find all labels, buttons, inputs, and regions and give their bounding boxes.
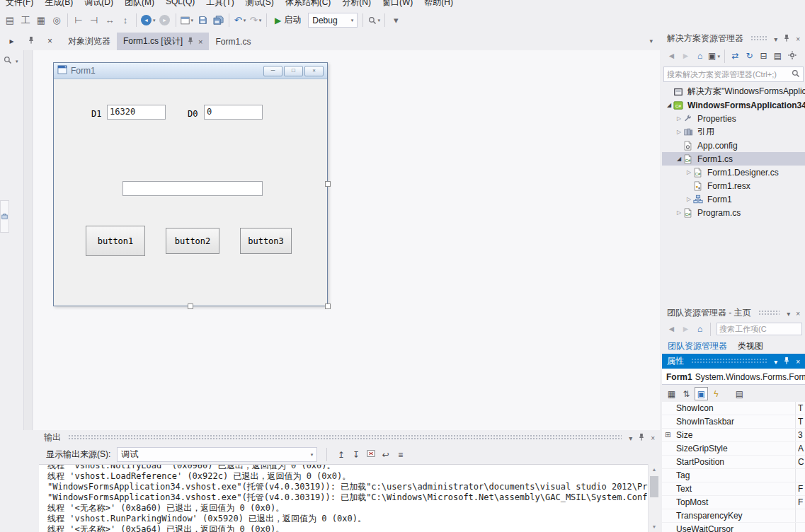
tree-expander[interactable]: ◢ bbox=[665, 102, 673, 108]
layout-frame-icon[interactable]: ▦ bbox=[33, 12, 49, 29]
tree-expander[interactable]: ▷ bbox=[675, 115, 683, 122]
tree-item-2[interactable]: ▷Properties bbox=[662, 112, 805, 125]
team-back-icon[interactable]: ◄ bbox=[665, 323, 678, 336]
undo-icon[interactable]: ↶▾ bbox=[232, 12, 248, 29]
align-left-icon[interactable]: ⊢ bbox=[71, 12, 86, 29]
close-icon[interactable]: × bbox=[651, 433, 655, 443]
align-right-icon[interactable]: ⊣ bbox=[86, 12, 102, 29]
sync-active-document-icon[interactable]: ⇄ bbox=[729, 50, 742, 63]
form-close-button[interactable]: × bbox=[304, 66, 324, 76]
property-value[interactable]: T bbox=[798, 402, 805, 415]
tree-expander[interactable]: ▷ bbox=[685, 169, 693, 175]
tree-item-4[interactable]: App.config bbox=[662, 139, 805, 152]
toolbar-overflow-icon[interactable]: ▾ bbox=[388, 12, 404, 29]
textbox-d0[interactable]: 0 bbox=[204, 105, 263, 120]
property-value[interactable]: F bbox=[798, 482, 805, 495]
designed-form[interactable]: Form1 ─ □ × D1 16320 D0 0 button1 button… bbox=[53, 62, 328, 306]
collapsed-panel-strip[interactable] bbox=[23, 50, 33, 430]
menu-item-9[interactable]: 窗口(W) bbox=[377, 0, 418, 9]
document-tab-1[interactable]: Form1.cs [设计]× bbox=[117, 33, 209, 50]
new-window-icon[interactable]: ▾ bbox=[179, 12, 195, 29]
team-search-input[interactable]: 搜索工作项(C bbox=[716, 323, 802, 335]
output-source-select[interactable]: 调试 ▾ bbox=[117, 447, 317, 462]
back-icon[interactable]: ◄ bbox=[665, 50, 678, 63]
same-width-icon[interactable]: ↔ bbox=[102, 12, 118, 29]
tree-expander[interactable]: ▷ bbox=[675, 129, 683, 135]
scroll-down-icon[interactable]: ▼ bbox=[649, 521, 660, 532]
navigate-forward-icon[interactable]: ► bbox=[157, 12, 173, 29]
resize-handle-right[interactable] bbox=[325, 181, 331, 187]
drag-grip[interactable] bbox=[68, 434, 622, 441]
menu-item-3[interactable]: 团队(M) bbox=[119, 0, 160, 9]
layout-ellipse-icon[interactable]: ◎ bbox=[49, 12, 64, 29]
redo-icon[interactable]: ↷▾ bbox=[248, 12, 263, 29]
team-home-icon[interactable]: ⌂ bbox=[693, 323, 707, 336]
resize-handle-bottom-right[interactable] bbox=[325, 303, 331, 309]
tab-nav-icon[interactable]: ▸ bbox=[5, 34, 18, 47]
menu-item-6[interactable]: 测试(S) bbox=[240, 0, 280, 9]
drag-grip[interactable] bbox=[758, 310, 780, 316]
scrollbar-thumb[interactable] bbox=[650, 476, 658, 497]
events-icon[interactable]: ϟ bbox=[709, 387, 723, 400]
layout-table-icon[interactable]: ▤ bbox=[2, 12, 18, 29]
previous-message-icon[interactable]: ↥ bbox=[334, 448, 348, 461]
menu-item-7[interactable]: 体系结构(C) bbox=[280, 0, 337, 9]
property-row-Size[interactable]: ⊞Size3 bbox=[662, 429, 805, 442]
pin-icon[interactable] bbox=[783, 357, 790, 366]
property-row-UseWaitCursor[interactable]: UseWaitCursor bbox=[662, 523, 805, 532]
forward-icon[interactable]: ► bbox=[679, 50, 692, 63]
output-scrollbar[interactable]: ▲ ▼ bbox=[648, 464, 660, 532]
gutter-search-button[interactable]: ▾ bbox=[4, 56, 18, 66]
clear-all-icon[interactable] bbox=[364, 448, 377, 461]
property-value[interactable]: 3 bbox=[798, 429, 805, 441]
tree-item-3[interactable]: ▷引用 bbox=[662, 125, 805, 139]
navigate-back-icon[interactable]: ◄▾ bbox=[139, 12, 157, 29]
textbox-wide[interactable] bbox=[122, 181, 263, 196]
find-icon[interactable]: ▾ bbox=[366, 12, 382, 29]
close-icon[interactable]: × bbox=[796, 357, 800, 366]
tab-pin-icon[interactable] bbox=[24, 34, 38, 47]
drag-grip[interactable] bbox=[691, 358, 767, 364]
home-icon[interactable]: ⌂ bbox=[693, 50, 707, 63]
property-row-TopMost[interactable]: TopMostF bbox=[662, 496, 805, 509]
alphabetical-icon[interactable]: ⇅ bbox=[680, 387, 693, 400]
designer-document[interactable]: Form1 ─ □ × D1 16320 D0 0 button1 button… bbox=[33, 50, 660, 430]
document-tab-2[interactable]: Form1.cs bbox=[209, 33, 257, 50]
tree-item-5[interactable]: ◢C#Form1.cs bbox=[662, 152, 805, 166]
window-position-icon[interactable]: ▾ bbox=[774, 34, 777, 44]
tree-expander[interactable]: ▷ bbox=[685, 196, 693, 202]
scroll-up-icon[interactable]: ▲ bbox=[649, 464, 660, 475]
tree-item-9[interactable]: ▷C#Program.cs bbox=[662, 206, 805, 219]
menu-item-2[interactable]: 调试(D) bbox=[79, 0, 119, 9]
property-value[interactable]: T bbox=[798, 415, 805, 428]
property-value[interactable]: F bbox=[798, 496, 805, 509]
output-text-area[interactable]: 线程 'vshost.NotifyLoad' (0x0960) 已退出，返回值为… bbox=[39, 464, 660, 532]
button2[interactable]: button2 bbox=[166, 228, 219, 254]
properties-icon[interactable] bbox=[785, 50, 799, 63]
pin-icon[interactable] bbox=[783, 34, 790, 44]
tree-item-8[interactable]: ▷Form1 bbox=[662, 192, 805, 206]
menu-item-1[interactable]: 生成(B) bbox=[39, 0, 79, 9]
tab-close-icon[interactable]: × bbox=[198, 37, 202, 46]
textbox-d1[interactable]: 16320 bbox=[107, 105, 166, 120]
window-position-icon[interactable]: ▾ bbox=[774, 357, 777, 366]
form-maximize-button[interactable]: □ bbox=[284, 66, 303, 76]
window-position-icon[interactable]: ▾ bbox=[787, 308, 790, 318]
autoscroll-icon[interactable]: ≡ bbox=[394, 448, 407, 461]
properties-view-icon[interactable]: ▣ bbox=[695, 387, 708, 400]
property-value[interactable]: A bbox=[798, 442, 805, 455]
property-value[interactable]: C bbox=[798, 456, 805, 468]
categorized-icon[interactable]: ▦ bbox=[665, 387, 678, 400]
property-pages-icon[interactable]: ▤ bbox=[733, 387, 746, 400]
tree-item-6[interactable]: ▷C#Form1.Designer.cs bbox=[662, 166, 805, 179]
form-title-bar[interactable]: Form1 ─ □ × bbox=[54, 63, 327, 79]
property-row-TransparencyKey[interactable]: TransparencyKey bbox=[662, 509, 805, 523]
window-position-icon[interactable]: ▾ bbox=[629, 433, 632, 443]
drag-grip[interactable] bbox=[750, 35, 767, 42]
property-row-SizeGripStyle[interactable]: SizeGripStyleA bbox=[662, 442, 805, 456]
form-minimize-button[interactable]: ─ bbox=[263, 66, 282, 76]
team-forward-icon[interactable]: ► bbox=[679, 323, 692, 336]
start-debug-button[interactable]: ▶启动 bbox=[270, 12, 306, 29]
save-icon[interactable] bbox=[195, 12, 210, 29]
properties-object-select[interactable]: Form1 System.Windows.Forms.Form bbox=[662, 369, 805, 385]
